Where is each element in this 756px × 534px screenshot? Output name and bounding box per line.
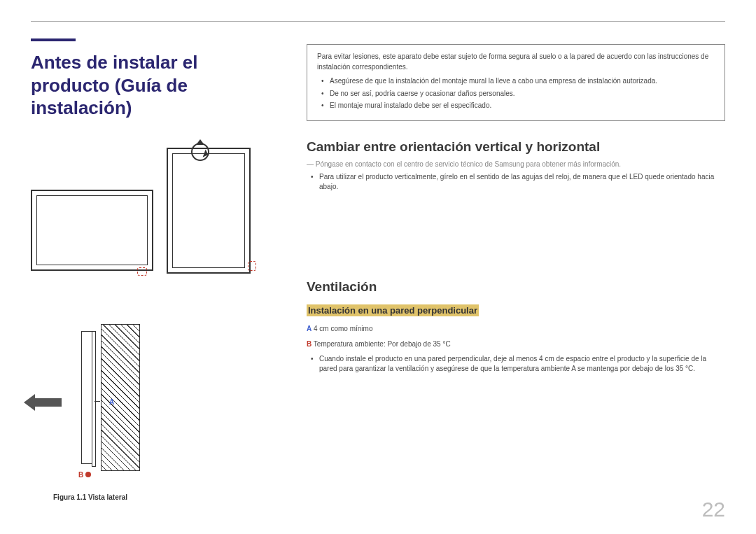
orientation-note: Póngase en contacto con el centro de ser… xyxy=(307,160,725,168)
warning-item: Asegúrese de que la instalación del mont… xyxy=(330,76,715,87)
warning-item: El montaje mural instalado debe ser el e… xyxy=(330,101,715,111)
diagram-label-a: A xyxy=(109,398,114,406)
led-marker-portrait xyxy=(248,261,256,271)
ventilation-heading: Ventilación xyxy=(307,279,725,295)
figure-caption: Figura 1.1 Vista lateral xyxy=(53,493,269,501)
device-landscape-icon xyxy=(31,190,153,271)
diagram-label-b: B xyxy=(78,471,91,479)
page-title: Antes de instalar el producto (Guía de i… xyxy=(31,51,269,120)
wall-icon xyxy=(101,324,140,471)
left-column: Antes de instalar el producto (Guía de i… xyxy=(31,38,269,501)
dot-icon xyxy=(85,472,91,477)
led-marker-landscape xyxy=(137,267,147,276)
panel-side-icon xyxy=(81,331,94,464)
arrow-left-icon xyxy=(24,394,66,411)
side-view-diagram: A B xyxy=(53,324,165,488)
ventilation-subheading: Instalación en una pared perpendicular xyxy=(307,304,479,316)
warning-intro: Para evitar lesiones, este aparato debe … xyxy=(317,52,715,72)
page-number: 22 xyxy=(702,498,725,521)
orientation-bullet: Para utilizar el producto verticalmente,… xyxy=(319,172,725,192)
accent-bar xyxy=(31,38,76,41)
top-rule xyxy=(31,21,725,22)
warning-box: Para evitar lesiones, este aparato debe … xyxy=(307,44,725,121)
right-column: Para evitar lesiones, este aparato debe … xyxy=(307,38,725,501)
orientation-heading: Cambiar entre orientación vertical y hor… xyxy=(307,139,725,155)
legend-b: B Temperatura ambiente: Por debajo de 35… xyxy=(307,339,725,350)
legend-a: A 4 cm como mínimo xyxy=(307,323,725,335)
orientation-diagram xyxy=(31,135,262,296)
device-portrait-icon xyxy=(167,148,251,274)
warning-item: De no ser así, podría caerse y ocasionar… xyxy=(330,89,715,99)
svg-marker-1 xyxy=(196,139,204,145)
ventilation-bullet: Cuando instale el producto en una pared … xyxy=(319,354,725,374)
